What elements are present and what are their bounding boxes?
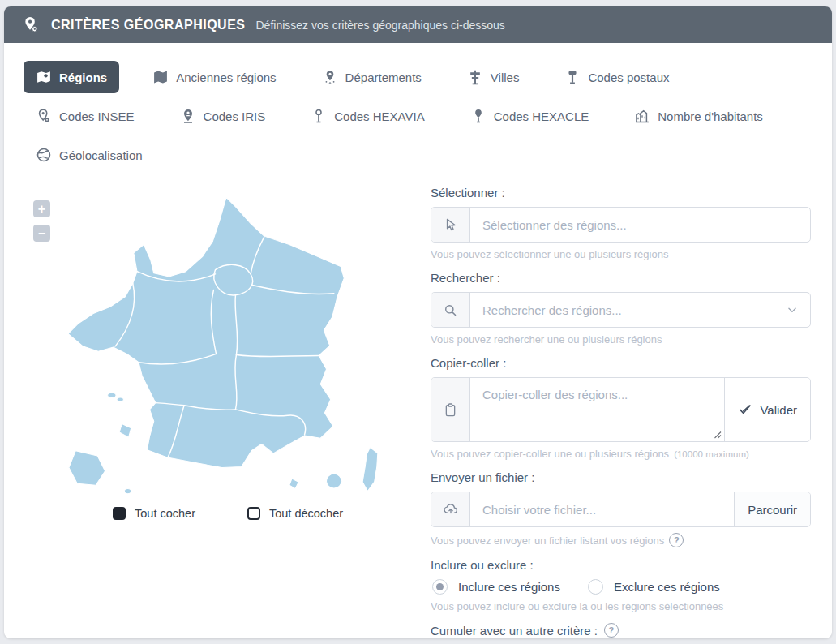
tab-label: Codes HEXAVIA [334, 109, 424, 123]
map-zoom-in-button[interactable]: + [33, 200, 50, 217]
tab-anciennes-regions[interactable]: Anciennes régions [140, 61, 288, 93]
tab-label: Codes postaux [588, 71, 669, 84]
check-icon [738, 402, 752, 417]
combine-label: Cumuler avec un autre critère : [431, 623, 811, 638]
combine-question-icon[interactable] [604, 623, 619, 638]
check-all-label: Tout cocher [135, 507, 195, 520]
main-content: + − [4, 174, 832, 638]
search-regions-input[interactable] [470, 293, 774, 327]
tab-label: Nombre d'habitants [658, 109, 763, 123]
include-exclude-help: Vous pouvez inclure ou exclure la ou les… [431, 600, 811, 612]
paste-section: Copier-coller : [431, 356, 811, 460]
uncheck-all-label: Tout décocher [269, 507, 343, 520]
paste-textarea-wrap [470, 378, 724, 441]
validate-button-label: Valider [760, 403, 797, 417]
checked-checkbox-icon[interactable] [113, 507, 126, 520]
tab-codes-iris[interactable]: Codes IRIS [168, 100, 278, 132]
tab-label: Géolocalisation [59, 148, 143, 162]
chevron-down-icon[interactable] [774, 293, 810, 327]
select-input-group [431, 207, 811, 243]
uncheck-all-control[interactable]: Tout décocher [247, 507, 343, 520]
tab-label: Codes IRIS [204, 109, 266, 123]
search-input-group [431, 292, 811, 328]
tab-codes-insee[interactable]: Codes INSEE [24, 100, 147, 132]
combine-label-text: Cumuler avec un autre critère : [431, 624, 598, 638]
exclude-option[interactable]: Exclure ces régions [588, 579, 720, 595]
france-map[interactable] [49, 189, 403, 500]
tab-label: Régions [59, 71, 107, 84]
tab-label: Anciennes régions [176, 71, 276, 84]
panel-header: CRITÈRES GÉOGRAPHIQUES Définissez vos cr… [4, 6, 832, 43]
unchecked-checkbox-icon[interactable] [247, 507, 260, 520]
map-pin-gear-icon [22, 15, 41, 34]
include-option-label: Inclure ces régions [458, 580, 560, 594]
radio-unselected-icon[interactable] [588, 579, 603, 595]
upload-label: Envoyer un fichier : [431, 470, 811, 484]
file-input[interactable] [470, 492, 734, 526]
paste-help: Vous pouvez copier-coller une ou plusieu… [431, 448, 811, 460]
paste-help-limit: (10000 maximum) [674, 449, 749, 459]
pin-dots-icon [322, 69, 338, 85]
clipboard-icon [431, 378, 470, 441]
panel-subtitle: Définissez vos critères géographiques ci… [255, 19, 504, 32]
tab-departements[interactable]: Départements [310, 61, 434, 93]
tab-nombre-habitants[interactable]: Nombre d'habitants [622, 100, 775, 132]
globe-icon [36, 147, 52, 163]
panel-title: CRITÈRES GÉOGRAPHIQUES [51, 18, 245, 32]
milestone-icon [564, 69, 581, 85]
geo-criteria-panel: CRITÈRES GÉOGRAPHIQUES Définissez vos cr… [4, 6, 832, 638]
pin-gear-icon [36, 108, 52, 124]
select-regions-input[interactable] [470, 208, 810, 242]
tab-codes-postaux[interactable]: Codes postaux [552, 61, 681, 93]
search-icon [431, 293, 470, 327]
tab-label: Codes INSEE [59, 109, 135, 123]
include-exclude-section: Inclure ou exclure : Inclure ces régions… [431, 558, 811, 612]
radio-selected-icon[interactable] [432, 579, 448, 595]
tab-label: Codes HEXACLE [494, 109, 589, 123]
help-question-icon[interactable] [669, 533, 684, 547]
upload-input-group: Parcourir [431, 492, 811, 527]
upload-help: Vous pouvez envoyer un fichier listant v… [431, 533, 811, 547]
tab-regions[interactable]: Régions [24, 61, 119, 93]
upload-help-text: Vous pouvez envoyer un fichier listant v… [431, 535, 664, 547]
tab-label: Villes [491, 71, 520, 84]
tab-bar: Régions Anciennes régions Départements [4, 43, 832, 174]
pointer-icon [431, 208, 470, 242]
include-option[interactable]: Inclure ces régions [432, 579, 560, 595]
cloud-upload-icon [431, 492, 470, 526]
search-help: Vous pouvez rechercher une ou plusieurs … [431, 333, 811, 346]
browse-button-label: Parcourir [748, 503, 797, 517]
pin-stick-icon [470, 108, 487, 124]
folded-map-icon [152, 69, 169, 85]
criteria-form: Sélectionner : Vous pouvez sélectionner … [408, 179, 811, 638]
city-icon [634, 108, 650, 124]
include-exclude-options: Inclure ces régions Exclure ces régions [432, 579, 811, 595]
select-help: Vous pouvez sélectionner une ou plusieur… [431, 248, 811, 260]
search-section: Rechercher : Vous pouvez rechercher u [431, 271, 811, 346]
signpost-icon [467, 69, 483, 85]
map-check-controls: Tout cocher Tout décocher [113, 507, 408, 520]
tab-geolocalisation[interactable]: Géolocalisation [24, 139, 155, 171]
exclude-option-label: Exclure ces régions [614, 580, 720, 594]
check-all-control[interactable]: Tout cocher [113, 507, 195, 520]
tab-codes-hexavia[interactable]: Codes HEXAVIA [298, 100, 436, 132]
paste-help-text: Vous pouvez copier-coller une ou plusieu… [431, 448, 669, 460]
select-label: Sélectionner : [431, 186, 811, 200]
tab-label: Départements [345, 71, 422, 84]
upload-section: Envoyer un fichier : Parcourir Vous pouv [431, 470, 811, 547]
tab-villes[interactable]: Villes [455, 61, 532, 93]
paste-label: Copier-coller : [431, 356, 811, 370]
include-exclude-label: Inclure ou exclure : [431, 558, 811, 572]
browse-button[interactable]: Parcourir [734, 492, 810, 526]
person-pin-icon [180, 108, 196, 124]
map-zoom-out-button[interactable]: − [33, 225, 50, 242]
select-section: Sélectionner : Vous pouvez sélectionner … [431, 186, 811, 260]
search-label: Rechercher : [431, 271, 811, 285]
paste-regions-textarea[interactable] [470, 378, 724, 441]
validate-button[interactable]: Valider [724, 378, 810, 441]
combine-section: Cumuler avec un autre critère : Vous pou… [431, 623, 811, 638]
map-icon [36, 69, 52, 85]
tab-codes-hexacle[interactable]: Codes HEXACLE [458, 100, 602, 132]
map-panel: + − [28, 179, 408, 638]
resize-handle-icon[interactable] [714, 431, 722, 439]
